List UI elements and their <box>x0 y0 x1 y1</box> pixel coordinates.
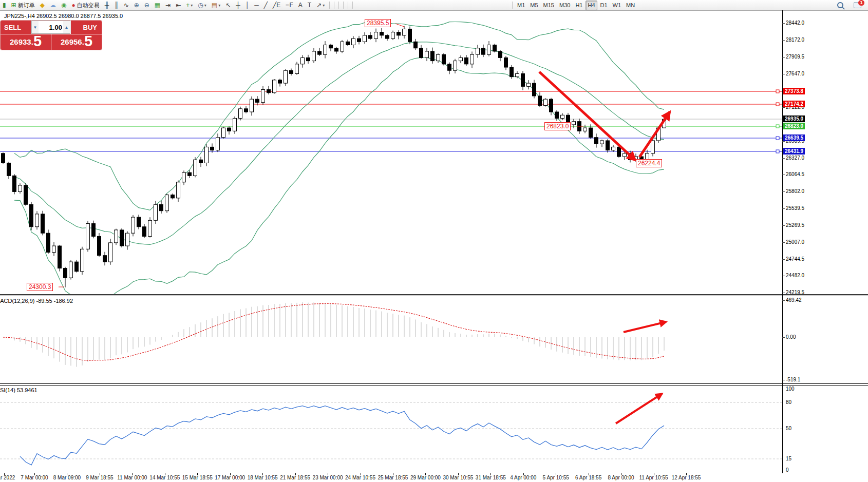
axis-tick-mark <box>782 380 785 380</box>
bar-chart-button[interactable]: ╫ <box>103 1 111 10</box>
candle-body <box>86 224 90 249</box>
auto-scroll-icon: ⇥ <box>165 2 171 8</box>
chat-button[interactable]: 1 <box>852 1 863 10</box>
rsi-panel[interactable] <box>0 385 782 473</box>
candle-body <box>64 268 67 278</box>
candle-body <box>194 160 197 176</box>
candle-body <box>352 38 355 45</box>
templates-button[interactable]: ▤▾ <box>210 1 222 10</box>
periods-icon: ◷ <box>198 2 203 8</box>
candlestick-chart-icon: ║ <box>114 2 119 8</box>
candle-body <box>425 51 429 57</box>
timeframe-m5[interactable]: M5 <box>528 1 540 10</box>
macd-axis-tick: 0.00 <box>786 334 796 340</box>
arrows-button[interactable]: ↗▾ <box>314 1 327 10</box>
timeframe-m15[interactable]: M15 <box>541 1 556 10</box>
price-chart[interactable] <box>0 10 782 294</box>
price-axis-tick: 25539.5 <box>786 205 804 211</box>
axis-tick-mark <box>782 74 785 74</box>
horizontal-line-button[interactable]: ─ <box>252 1 261 10</box>
candle-body <box>239 109 242 119</box>
fibonacci-button[interactable]: ┄F <box>284 1 295 10</box>
candle-body <box>188 172 192 176</box>
candle-body <box>250 99 254 112</box>
equidistant-channel-button[interactable]: ╱E <box>271 1 282 10</box>
zoom-out-icon: ⊖ <box>144 2 149 8</box>
candle-body <box>261 90 265 103</box>
search-button[interactable] <box>835 1 845 10</box>
candlestick-chart-button[interactable]: ║ <box>112 1 121 10</box>
market-signals-button[interactable]: ◉ <box>59 1 68 10</box>
vertical-line-button[interactable]: │ <box>243 1 252 10</box>
notification-badge: 1 <box>858 0 864 6</box>
zoom-in-button[interactable]: ⊕ <box>132 1 141 10</box>
toolbar-separator <box>334 2 334 9</box>
timeframe-d1[interactable]: D1 <box>598 1 610 10</box>
new-order-button[interactable]: ⊞新订单 <box>9 1 37 10</box>
crosshair-button[interactable]: ┼ <box>234 1 242 10</box>
candle-body <box>98 236 101 255</box>
timeframe-h1[interactable]: H1 <box>573 1 584 10</box>
trend-arrow[interactable] <box>624 322 666 332</box>
candle-body <box>35 214 39 227</box>
autotrading-button[interactable]: ●自动交易 <box>69 1 101 10</box>
candle-body <box>617 147 621 157</box>
add-indicator-button[interactable]: +▾ <box>184 1 195 10</box>
axis-tick-mark <box>782 175 785 175</box>
price-axis-line <box>782 10 783 473</box>
candle-body <box>92 224 96 237</box>
axis-tick-mark <box>782 208 785 209</box>
candle-body <box>341 42 344 51</box>
zoom-out-button[interactable]: ⊖ <box>142 1 152 10</box>
price-annotation[interactable]: 24300.3 <box>27 283 53 291</box>
price-annotation[interactable]: 26823.0 <box>544 122 571 130</box>
date-axis-label: 18 Mar 10:55 <box>248 475 278 480</box>
line-anchor <box>776 125 779 128</box>
add-indicator-icon: + <box>186 2 190 8</box>
candle-body <box>476 48 480 54</box>
timeframe-m1[interactable]: M1 <box>515 1 527 10</box>
candle-body <box>465 57 468 64</box>
tile-windows-button[interactable]: ▦ <box>153 1 162 10</box>
timeframe-m30[interactable]: M30 <box>557 1 572 10</box>
candle-body <box>595 138 598 144</box>
candle-body <box>357 38 361 42</box>
toolbar-right: 1 <box>835 1 864 10</box>
axis-tick-mark <box>782 57 785 57</box>
axis-tick-mark <box>782 141 785 142</box>
line-chart-button[interactable]: ∿ <box>122 1 131 10</box>
auto-scroll-button[interactable]: ⇥ <box>163 1 173 10</box>
cursor-button[interactable]: ↖ <box>223 1 233 10</box>
timeframe-mn[interactable]: MN <box>624 1 637 10</box>
candle-body <box>544 99 548 105</box>
metaeditor-button[interactable]: ◆ <box>38 1 47 10</box>
text-label-button[interactable]: T <box>306 1 313 10</box>
text-button[interactable]: A <box>296 1 305 10</box>
candle-body <box>420 48 423 58</box>
candle-body <box>431 51 435 61</box>
axis-tick-mark <box>782 40 785 41</box>
candle-body <box>244 109 248 112</box>
trend-arrow[interactable] <box>539 72 635 160</box>
price-annotation[interactable]: 28395.5 <box>365 19 391 27</box>
trend-arrow[interactable] <box>616 394 662 423</box>
trendline-button[interactable]: ╱ <box>262 1 270 10</box>
timeframe-w1[interactable]: W1 <box>611 1 624 10</box>
clipped-icon-icon: ▮ <box>3 2 6 8</box>
timeframe-h4[interactable]: H4 <box>586 1 597 10</box>
candle-body <box>295 64 299 74</box>
price-axis-tick: 24219.5 <box>786 290 804 295</box>
chart-shift-button[interactable]: ⇤ <box>174 1 183 10</box>
rsi-axis-tick: 0 <box>786 467 789 473</box>
candle-body <box>103 256 107 262</box>
price-axis-tick: 24744.5 <box>786 256 804 262</box>
macd-panel[interactable] <box>0 296 782 383</box>
candle-body <box>550 99 553 112</box>
periods-button[interactable]: ◷▾ <box>196 1 209 10</box>
price-annotation[interactable]: 26224.4 <box>636 159 662 167</box>
profiles-button[interactable]: ☁ <box>48 1 58 10</box>
clipped-icon[interactable]: ▮ <box>1 1 8 10</box>
candle-body <box>454 61 457 71</box>
chevron-down-icon: ▾ <box>323 3 325 8</box>
rsi-axis-tick: 15 <box>786 456 791 461</box>
